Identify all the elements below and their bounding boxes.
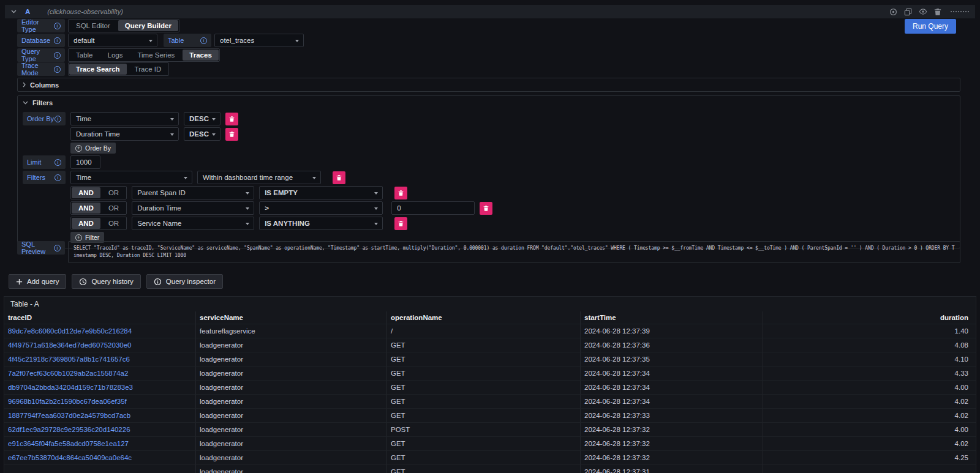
- operation-name-cell: GET: [387, 408, 581, 422]
- trace-id-link[interactable]: 96968b10fa2b2c1590bc67dea06ef35f: [4, 394, 196, 408]
- trace-mode-option-trace-search[interactable]: Trace Search: [69, 64, 127, 75]
- plus-circle-icon: +: [75, 145, 82, 152]
- filter-operator-select-3[interactable]: IS ANYTHING: [259, 217, 383, 230]
- editor-type-option-sql-editor[interactable]: SQL Editor: [69, 20, 117, 31]
- filter-time-row: Filters i Time Within dashboard time ran…: [23, 171, 955, 184]
- trace-mode-option-trace-id[interactable]: Trace ID: [128, 64, 168, 75]
- filter-bool-and-2[interactable]: AND: [72, 203, 100, 214]
- trace-id-link[interactable]: [4, 464, 196, 473]
- info-icon[interactable]: i: [54, 23, 61, 29]
- filter-value-input-2[interactable]: [391, 201, 475, 215]
- query-type-option-table[interactable]: Table: [69, 50, 100, 61]
- filter-time-field-select[interactable]: Time: [70, 171, 192, 184]
- results-table: traceID serviceName operationName startT…: [4, 311, 976, 473]
- filter-bool-and-1[interactable]: AND: [72, 187, 100, 198]
- trace-id-link[interactable]: 4f497571a618e364ed7ded60752030e0: [4, 338, 196, 352]
- query-type-option-time-series[interactable]: Time Series: [130, 50, 181, 61]
- filters-section-header[interactable]: Filters: [18, 96, 960, 109]
- order-by-direction-select-2[interactable]: DESC: [184, 127, 221, 141]
- collapse-chevron-icon[interactable]: [11, 10, 17, 13]
- drag-handle-icon[interactable]: [951, 11, 969, 12]
- database-select[interactable]: default: [68, 34, 157, 47]
- service-name-cell: loadgenerator: [196, 436, 387, 450]
- operation-name-cell: GET: [387, 464, 581, 473]
- table-select[interactable]: otel_traces: [214, 34, 304, 47]
- trace-id-link[interactable]: 89dc7e8c6060c0d12de7e9b50c216284: [4, 324, 196, 338]
- duration-cell: 4.00: [763, 380, 976, 394]
- query-inspector-button[interactable]: Query inspector: [146, 274, 223, 289]
- columns-section-header[interactable]: Columns: [18, 78, 960, 91]
- query-type-radio-group: Table Logs Time Series Traces: [68, 48, 220, 62]
- info-icon[interactable]: i: [200, 37, 207, 44]
- info-icon[interactable]: i: [55, 174, 61, 181]
- table-row-partial: loadgenerator GET 2024-06-28 12:37:31: [4, 464, 976, 473]
- query-history-button[interactable]: Query history: [72, 274, 140, 289]
- eye-icon[interactable]: [919, 9, 927, 15]
- info-circle-icon: [154, 278, 162, 286]
- limit-label: Limit i: [23, 155, 66, 169]
- trace-id-link[interactable]: e67ee7b53870d4c864ca50409ca0e64c: [4, 450, 196, 464]
- info-icon[interactable]: i: [54, 52, 61, 59]
- add-order-by-button[interactable]: + Order By: [70, 143, 116, 154]
- start-time-cell: 2024-06-28 12:37:34: [581, 394, 763, 408]
- order-by-direction-select-1[interactable]: DESC: [184, 112, 221, 125]
- filter-time-operator-select[interactable]: Within dashboard time range: [197, 171, 321, 184]
- chevron-down-icon: [374, 192, 378, 195]
- chevron-down-icon: [170, 118, 174, 121]
- chevron-down-icon: [212, 118, 216, 121]
- table-row: 4f497571a618e364ed7ded60752030e0 loadgen…: [4, 338, 976, 352]
- remove-filter-button-2[interactable]: [480, 202, 492, 215]
- filter-bool-or-3[interactable]: OR: [102, 218, 126, 229]
- info-icon[interactable]: i: [54, 245, 61, 251]
- start-time-cell: 2024-06-28 12:37:32: [581, 422, 763, 436]
- filter-operator-select-2[interactable]: >: [259, 201, 383, 215]
- filters-section-body: Order By i Time DESC Duration Time DESC: [18, 109, 960, 248]
- service-name-cell: loadgenerator: [196, 338, 387, 352]
- trace-id-link[interactable]: 1887794f7eaa6037d0e2a4579bcd7acb: [4, 408, 196, 422]
- query-type-label: Query Type i: [17, 48, 65, 62]
- column-header-traceid[interactable]: traceID: [4, 311, 196, 324]
- info-icon[interactable]: i: [54, 66, 61, 73]
- query-type-option-traces[interactable]: Traces: [183, 50, 218, 61]
- order-by-field-select-1[interactable]: Time: [70, 112, 179, 125]
- filter-field-select-1[interactable]: Parent Span ID: [132, 186, 254, 199]
- circle-dot-icon[interactable]: [889, 8, 897, 16]
- limit-input[interactable]: [70, 155, 100, 169]
- filter-field-select-3[interactable]: Service Name: [132, 217, 254, 230]
- add-query-button[interactable]: Add query: [9, 274, 66, 289]
- filter-bool-and-3[interactable]: AND: [72, 218, 100, 229]
- trace-id-link[interactable]: 7a2f07ecf63c60b1029ab2ac155874a2: [4, 366, 196, 380]
- filter-row-1: AND OR Parent Span ID IS EMPTY: [70, 186, 955, 199]
- remove-filter-button-3[interactable]: [394, 217, 407, 230]
- column-header-operationname[interactable]: operationName: [387, 311, 581, 324]
- remove-order-by-button-2[interactable]: [225, 128, 238, 141]
- trace-id-link[interactable]: 4f45c21918c73698057a8b1c741657c6: [4, 352, 196, 366]
- editor-type-option-query-builder[interactable]: Query Builder: [118, 20, 178, 31]
- trace-id-link[interactable]: db9704a2bbda34204d159c71b78283e3: [4, 380, 196, 394]
- copy-icon[interactable]: [904, 8, 912, 16]
- query-type-option-logs[interactable]: Logs: [101, 50, 130, 61]
- info-icon[interactable]: i: [55, 116, 61, 122]
- column-header-servicename[interactable]: serviceName: [196, 311, 387, 324]
- history-clock-icon: [79, 278, 87, 286]
- filter-operator-select-1[interactable]: IS EMPTY: [259, 186, 383, 199]
- plus-circle-icon: +: [75, 234, 82, 241]
- operation-name-cell: GET: [387, 352, 581, 366]
- chevron-down-icon: [212, 133, 216, 136]
- remove-order-by-button-1[interactable]: [225, 113, 238, 125]
- order-by-field-select-2[interactable]: Duration Time: [70, 127, 179, 141]
- filter-field-select-2[interactable]: Duration Time: [132, 201, 254, 215]
- column-header-starttime[interactable]: startTime: [581, 311, 763, 324]
- trace-id-link[interactable]: 62df1ec9a29728c9e29536c20d140226: [4, 422, 196, 436]
- table-header-row: traceID serviceName operationName startT…: [4, 311, 976, 324]
- column-header-duration[interactable]: duration: [763, 311, 976, 324]
- trash-icon[interactable]: [934, 8, 941, 16]
- info-icon[interactable]: i: [54, 37, 61, 44]
- filter-bool-or-1[interactable]: OR: [102, 187, 126, 198]
- trace-id-link[interactable]: e91c3645f04fa5e58adcd0758e1ea127: [4, 436, 196, 450]
- filter-bool-or-2[interactable]: OR: [102, 203, 126, 214]
- remove-filter-button-1[interactable]: [394, 187, 407, 199]
- filter-bool-group-2: AND OR: [70, 201, 127, 215]
- remove-time-filter-button[interactable]: [333, 171, 345, 184]
- info-icon[interactable]: i: [55, 159, 61, 166]
